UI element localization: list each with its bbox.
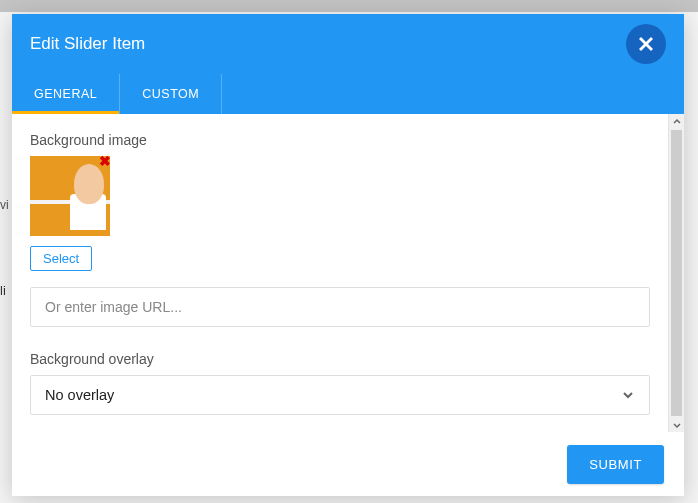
remove-icon: ✖ bbox=[99, 153, 111, 169]
bg-overlay-select-wrap: No overlay bbox=[30, 375, 650, 415]
backdrop-top-edge bbox=[0, 0, 698, 12]
edit-slider-modal: Edit Slider Item GENERAL CUSTOM Backgrou… bbox=[12, 14, 684, 496]
image-url-input[interactable] bbox=[30, 287, 650, 327]
submit-label: SUBMIT bbox=[589, 457, 642, 472]
chevron-down-icon bbox=[621, 388, 635, 402]
backdrop-fragment-1: vi bbox=[0, 198, 9, 212]
modal-header: Edit Slider Item bbox=[12, 14, 684, 74]
close-button[interactable] bbox=[626, 24, 666, 64]
vertical-scrollbar[interactable] bbox=[668, 114, 684, 432]
bg-image-thumbnail-wrap: ✖ bbox=[30, 156, 110, 236]
remove-image-button[interactable]: ✖ bbox=[98, 154, 112, 168]
backdrop-fragment-2: li bbox=[0, 283, 6, 298]
chevron-down-icon bbox=[672, 420, 682, 430]
close-icon bbox=[637, 35, 655, 53]
scroll-thumb[interactable] bbox=[671, 130, 682, 416]
modal-body-wrap: Background image ✖ Select Background ove… bbox=[12, 114, 684, 432]
bg-overlay-select[interactable]: No overlay bbox=[30, 375, 650, 415]
tab-label: GENERAL bbox=[34, 87, 97, 101]
bg-image-label: Background image bbox=[30, 132, 650, 148]
bg-overlay-label: Background overlay bbox=[30, 351, 650, 367]
scroll-up-button[interactable] bbox=[669, 114, 684, 129]
chevron-up-icon bbox=[672, 117, 682, 127]
bg-image-thumbnail[interactable] bbox=[30, 156, 110, 236]
submit-button[interactable]: SUBMIT bbox=[567, 445, 664, 484]
tab-label: CUSTOM bbox=[142, 87, 199, 101]
select-button-label: Select bbox=[43, 251, 79, 266]
modal-footer: SUBMIT bbox=[12, 432, 684, 496]
tab-bar: GENERAL CUSTOM bbox=[12, 74, 684, 114]
modal-content: Background image ✖ Select Background ove… bbox=[12, 114, 668, 432]
scroll-down-button[interactable] bbox=[669, 417, 684, 432]
bg-overlay-selected: No overlay bbox=[45, 387, 114, 403]
modal-title: Edit Slider Item bbox=[30, 34, 145, 54]
select-image-button[interactable]: Select bbox=[30, 246, 92, 271]
tab-custom[interactable]: CUSTOM bbox=[120, 74, 222, 114]
tab-general[interactable]: GENERAL bbox=[12, 74, 120, 114]
